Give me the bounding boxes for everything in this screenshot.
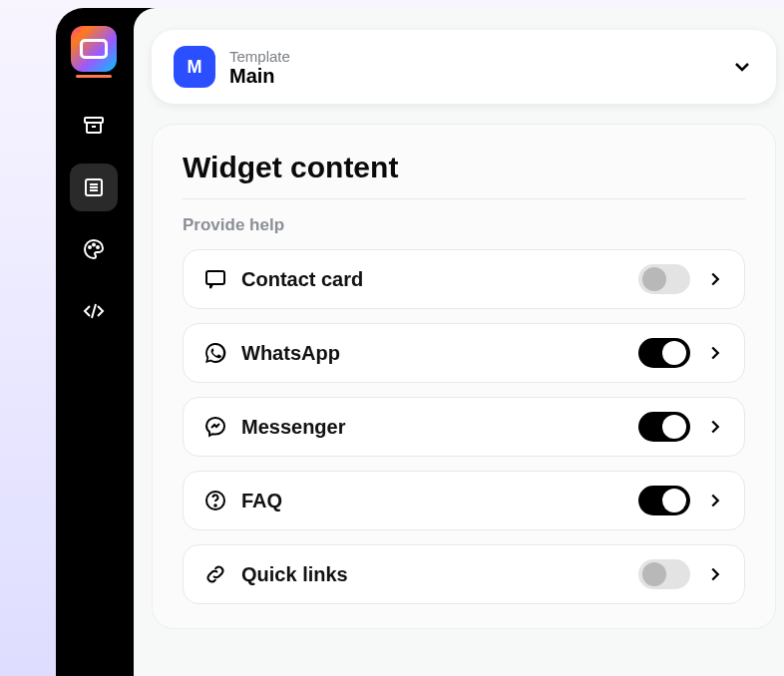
messenger-icon bbox=[201, 413, 229, 441]
content-title: Widget content bbox=[183, 151, 745, 199]
rows-container: Contact cardWhatsAppMessengerFAQQuick li… bbox=[183, 249, 745, 604]
content-row[interactable]: FAQ bbox=[183, 471, 745, 530]
chevron-right-icon bbox=[704, 563, 726, 585]
content-row[interactable]: Messenger bbox=[183, 397, 745, 457]
section-label: Provide help bbox=[183, 215, 745, 235]
link-icon bbox=[201, 560, 229, 588]
sidebar bbox=[56, 8, 132, 676]
svg-rect-5 bbox=[206, 271, 224, 284]
main-panel: M Template Main Widget content Provide h… bbox=[134, 8, 784, 676]
row-toggle[interactable] bbox=[638, 559, 690, 589]
chevron-right-icon bbox=[704, 416, 726, 438]
content-row[interactable]: Contact card bbox=[183, 249, 745, 309]
template-name: Main bbox=[229, 65, 730, 87]
row-label: Messenger bbox=[241, 416, 638, 439]
row-toggle[interactable] bbox=[638, 264, 690, 294]
row-toggle[interactable] bbox=[638, 486, 690, 515]
chat-icon bbox=[201, 265, 229, 293]
app-logo-icon[interactable] bbox=[71, 26, 117, 72]
chevron-right-icon bbox=[704, 268, 726, 290]
row-label: WhatsApp bbox=[241, 342, 638, 365]
svg-point-4 bbox=[97, 246, 99, 248]
widget-content-card: Widget content Provide help Contact card… bbox=[152, 124, 776, 629]
svg-rect-0 bbox=[85, 118, 103, 123]
row-toggle[interactable] bbox=[638, 412, 690, 442]
chevron-right-icon bbox=[704, 342, 726, 364]
content-row[interactable]: Quick links bbox=[183, 544, 745, 604]
svg-point-3 bbox=[93, 244, 95, 246]
nav-palette-button[interactable] bbox=[70, 225, 118, 273]
row-label: FAQ bbox=[241, 490, 638, 512]
content-row[interactable]: WhatsApp bbox=[183, 323, 745, 383]
row-label: Contact card bbox=[241, 268, 638, 291]
whatsapp-icon bbox=[201, 339, 229, 367]
svg-point-7 bbox=[214, 505, 216, 507]
nav-code-button[interactable] bbox=[70, 287, 118, 335]
template-selector[interactable]: M Template Main bbox=[152, 30, 776, 104]
faq-icon bbox=[201, 487, 229, 514]
row-label: Quick links bbox=[241, 563, 638, 586]
row-toggle[interactable] bbox=[638, 338, 690, 368]
svg-point-2 bbox=[89, 246, 91, 248]
nav-content-button[interactable] bbox=[70, 164, 118, 211]
template-badge: M bbox=[174, 46, 215, 88]
chevron-down-icon bbox=[730, 55, 754, 79]
chevron-right-icon bbox=[704, 490, 726, 511]
template-eyebrow: Template bbox=[229, 48, 730, 65]
app-shell: M Template Main Widget content Provide h… bbox=[56, 8, 784, 676]
nav-archive-button[interactable] bbox=[70, 102, 118, 150]
